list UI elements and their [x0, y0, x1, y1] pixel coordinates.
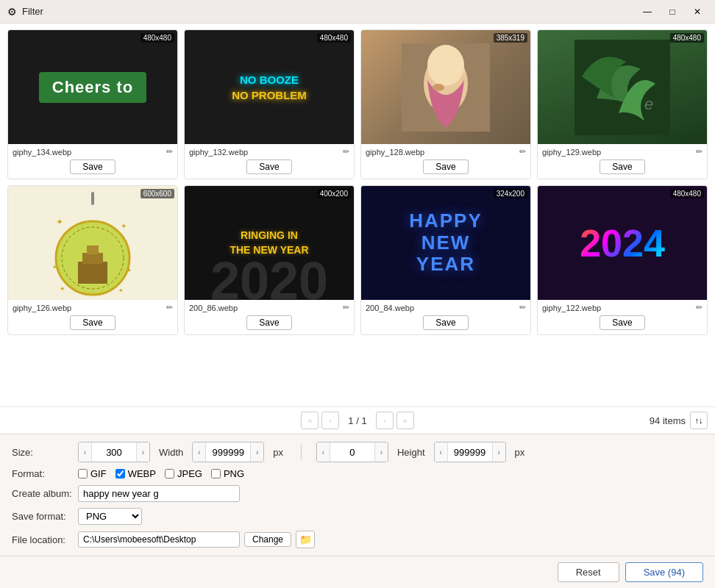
format-png-label: PNG [224, 468, 244, 479]
format-webp-checkbox[interactable] [115, 469, 125, 478]
edit-icon[interactable]: ✏ [696, 147, 702, 157]
minimize-button[interactable]: — [636, 3, 659, 21]
first-page-button[interactable]: « [301, 412, 319, 429]
min-width-down-arrow[interactable]: ‹ [79, 442, 92, 462]
edit-icon[interactable]: ✏ [166, 147, 173, 157]
change-button[interactable]: Change [244, 532, 291, 547]
year-display: 2024 [580, 224, 665, 262]
max-width-input[interactable] [206, 445, 250, 460]
format-gif-group[interactable]: GIF [78, 468, 107, 479]
save-format-row: Save format: PNG JPEG GIF WEBP [12, 508, 703, 525]
filename: giphy_122.webp [542, 304, 693, 312]
edit-icon[interactable]: ✏ [519, 303, 526, 312]
main-content: Cheers to 480x480 giphy_134.webp ✏ Save [0, 24, 715, 588]
svg-point-3 [433, 84, 444, 91]
save-button[interactable]: Save [246, 159, 291, 174]
thumbnail: 2020 RINGING INTHE NEW YEAR 400x200 [185, 186, 354, 300]
max-height-up-arrow[interactable]: › [492, 442, 505, 462]
size-badge: 480x480 [317, 33, 351, 43]
size-badge: 400x200 [317, 189, 351, 198]
max-height-input-group: ‹ › [434, 442, 506, 462]
reset-button[interactable]: Reset [558, 562, 619, 582]
prev-page-button[interactable]: ‹ [321, 412, 339, 429]
page-separator: / [356, 415, 359, 426]
format-controls: GIF WEBP JPEG PNG [78, 468, 244, 479]
file-info: 200_84.webp ✏ [361, 300, 530, 314]
pagination-bar: « ‹ 1 / 1 › » 94 items ↑↓ [0, 406, 715, 434]
file-info: giphy_128.webp ✏ [361, 144, 530, 158]
close-button[interactable]: ✕ [686, 3, 709, 21]
current-page: 1 [348, 415, 353, 426]
list-item: 2024 480x480 giphy_122.webp ✏ Save [537, 185, 708, 335]
svg-text:✦: ✦ [56, 217, 63, 227]
min-width-input[interactable] [92, 445, 136, 460]
edit-icon[interactable]: ✏ [166, 303, 173, 312]
file-path-input[interactable] [78, 531, 240, 548]
last-page-button[interactable]: » [396, 412, 414, 429]
save-button[interactable]: Save [600, 315, 644, 330]
format-gif-checkbox[interactable] [78, 469, 88, 478]
maximize-button[interactable]: □ [661, 3, 684, 21]
svg-rect-12 [87, 245, 99, 254]
height-unit: px [515, 447, 525, 458]
app-icon: ⚙ [6, 6, 18, 18]
edit-icon[interactable]: ✏ [343, 147, 349, 157]
height-label: Height [397, 447, 425, 458]
save-button[interactable]: Save [600, 159, 644, 174]
svg-text:✦: ✦ [52, 264, 57, 270]
size-badge: 385x319 [494, 33, 527, 43]
list-item: e 480x480 giphy_129.webp ✏ Save [537, 29, 708, 179]
size-badge: 600x600 [140, 189, 174, 198]
filter-panel: Size: ‹ › Width ‹ › px ‹ › [0, 434, 715, 556]
size-controls: ‹ › Width ‹ › px ‹ › Height [78, 442, 527, 462]
width-unit: px [273, 447, 283, 458]
max-height-input[interactable] [448, 445, 492, 460]
save-button[interactable]: Save [423, 315, 468, 330]
format-jpeg-group[interactable]: JPEG [165, 468, 202, 479]
edit-icon[interactable]: ✏ [696, 303, 702, 312]
format-png-checkbox[interactable] [211, 469, 221, 478]
list-item: NO BOOZE NO PROBLEM 480x480 giphy_132.we… [184, 29, 355, 179]
save-button[interactable]: Save [246, 315, 291, 330]
save-all-button[interactable]: Save (94) [625, 562, 703, 582]
folder-button[interactable]: 📁 [296, 531, 315, 548]
min-width-up-arrow[interactable]: › [136, 442, 149, 462]
edit-icon[interactable]: ✏ [343, 303, 349, 312]
thumbnail: ✦ ✦ ✦ ✦ ✦ ✦ 600x600 [8, 186, 177, 300]
max-width-down-arrow[interactable]: ‹ [193, 442, 206, 462]
min-height-up-arrow[interactable]: › [374, 442, 388, 462]
total-pages: 1 [361, 415, 366, 426]
gallery-grid: Cheers to 480x480 giphy_134.webp ✏ Save [7, 29, 708, 335]
folder-icon: 📁 [299, 534, 312, 545]
save-button[interactable]: Save [423, 159, 468, 174]
save-format-select[interactable]: PNG JPEG GIF WEBP [78, 508, 142, 525]
max-height-down-arrow[interactable]: ‹ [435, 442, 448, 462]
create-album-input[interactable] [78, 485, 240, 502]
save-button[interactable]: Save [70, 315, 115, 330]
filename: giphy_132.webp [189, 148, 340, 157]
svg-text:✦: ✦ [118, 287, 124, 294]
save-format-label: Save format: [12, 511, 78, 522]
format-jpeg-checkbox[interactable] [165, 469, 174, 478]
list-item: Cheers to 480x480 giphy_134.webp ✏ Save [7, 29, 178, 179]
format-png-group[interactable]: PNG [211, 468, 244, 479]
ornament-image: ✦ ✦ ✦ ✦ ✦ ✦ [41, 188, 144, 298]
min-height-down-arrow[interactable]: ‹ [317, 442, 330, 462]
sort-button[interactable]: ↑↓ [690, 412, 708, 429]
max-width-input-group: ‹ › [192, 442, 264, 462]
marilyn-image [402, 43, 490, 132]
save-button[interactable]: Save [70, 159, 115, 174]
min-height-input[interactable] [330, 445, 374, 460]
thumbnail: 2024 480x480 [538, 186, 707, 300]
gallery-area[interactable]: Cheers to 480x480 giphy_134.webp ✏ Save [0, 24, 715, 406]
divider [301, 445, 302, 459]
width-label: Width [159, 447, 183, 458]
items-count: 94 items [650, 415, 686, 426]
next-page-button[interactable]: › [376, 412, 394, 429]
svg-rect-7 [91, 192, 94, 205]
max-width-up-arrow[interactable]: › [250, 442, 263, 462]
file-info: giphy_126.webp ✏ [8, 300, 177, 314]
format-webp-group[interactable]: WEBP [115, 468, 156, 479]
edit-icon[interactable]: ✏ [519, 147, 526, 157]
file-location-row: File location: Change 📁 [12, 531, 703, 548]
